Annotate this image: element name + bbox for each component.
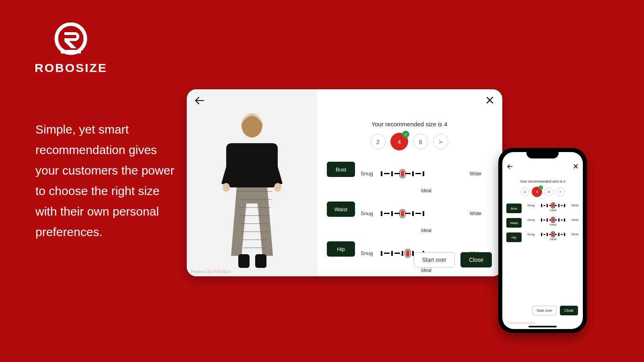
slider-bust: Bust Snug Wide Ideal xyxy=(327,162,492,193)
product-image-panel: Powered by RoboSize xyxy=(187,89,317,276)
phone-mock: Your recommended size is 4 2 4 ✓ 6 > Bus… xyxy=(498,148,587,333)
slider-handle-hip[interactable] xyxy=(551,232,555,237)
size-option-4[interactable]: 4 ✓ xyxy=(390,133,408,150)
model-illustration xyxy=(208,107,296,272)
slider-handle-bust[interactable] xyxy=(551,203,555,208)
widget-footer: Start over Close xyxy=(414,252,492,267)
brand-logo: ROBOSIZE xyxy=(35,23,107,75)
slider-label-bust: Bust xyxy=(327,162,355,177)
size-options: 2 4 ✓ 6 > xyxy=(327,134,492,150)
home-indicator xyxy=(528,326,557,327)
slider-handle-bust[interactable] xyxy=(400,170,405,178)
size-option-4[interactable]: 4 ✓ xyxy=(532,187,542,197)
slider-handle-waist[interactable] xyxy=(551,217,555,222)
slider-end-wide: Wide xyxy=(428,162,492,185)
svg-rect-1 xyxy=(61,50,81,53)
svg-rect-14 xyxy=(255,254,266,268)
back-arrow-icon[interactable] xyxy=(507,164,513,169)
slider-caption: Ideal xyxy=(361,188,492,193)
svg-point-3 xyxy=(223,183,230,192)
size-option-2[interactable]: 2 xyxy=(520,187,529,196)
close-icon[interactable] xyxy=(574,164,578,169)
recommendation-panel: Your recommended size is 4 2 4 ✓ 6 > Bus… xyxy=(317,89,502,276)
close-button[interactable]: Close xyxy=(460,252,492,267)
close-icon[interactable] xyxy=(486,97,493,104)
size-widget-desktop: Powered by RoboSize Your recommended siz… xyxy=(187,89,502,276)
widget-footer: Start over Close xyxy=(532,306,578,315)
size-widget-mobile: Your recommended size is 4 2 4 ✓ 6 > Bus… xyxy=(502,152,583,329)
recommendation-text: Your recommended size is 4 xyxy=(506,179,579,183)
check-icon: ✓ xyxy=(539,185,543,190)
back-arrow-icon[interactable] xyxy=(195,97,204,105)
svg-point-4 xyxy=(274,183,281,192)
slider-end-snug: Snug xyxy=(361,171,377,177)
check-icon: ✓ xyxy=(402,131,409,138)
size-options: 2 4 ✓ 6 > xyxy=(506,187,579,197)
size-option-more[interactable]: > xyxy=(433,134,448,149)
slider-track-bust[interactable] xyxy=(541,204,565,206)
size-option-2[interactable]: 2 xyxy=(370,134,386,149)
start-over-button[interactable]: Start over xyxy=(414,252,455,267)
slider-waist: Waist Snug Wide Ideal xyxy=(506,218,579,228)
slider-track-waist[interactable] xyxy=(541,219,565,221)
slider-track-bust[interactable] xyxy=(381,172,424,175)
brand-name: ROBOSIZE xyxy=(35,61,107,75)
close-button[interactable]: Close xyxy=(560,306,578,315)
powered-by: Powered by RoboSize xyxy=(507,321,535,324)
slider-hip: Hip Snug Wide Ideal xyxy=(506,232,579,242)
fit-sliders: Bust Snug Wide Ideal Waist xyxy=(506,204,579,242)
slider-label-waist: Waist xyxy=(327,202,355,217)
slider-handle-waist[interactable] xyxy=(400,210,405,218)
start-over-button[interactable]: Start over xyxy=(532,306,557,315)
svg-rect-13 xyxy=(238,254,250,268)
slider-waist: Waist Snug Wide Ideal xyxy=(327,202,492,233)
size-option-more[interactable]: > xyxy=(556,187,565,196)
slider-label-hip: Hip xyxy=(327,241,355,257)
slider-bust: Bust Snug Wide Ideal xyxy=(506,204,579,213)
slider-track-hip[interactable] xyxy=(541,233,565,235)
recommendation-text: Your recommended size is 4 xyxy=(327,121,492,128)
marketing-copy: Simple, yet smart recommendation gives y… xyxy=(35,119,176,242)
slider-track-waist[interactable] xyxy=(381,212,424,215)
size-option-6[interactable]: 6 xyxy=(545,187,553,196)
size-option-6[interactable]: 6 xyxy=(413,134,428,149)
slider-handle-hip[interactable] xyxy=(405,249,410,257)
powered-by: Powered by RoboSize xyxy=(191,269,231,274)
